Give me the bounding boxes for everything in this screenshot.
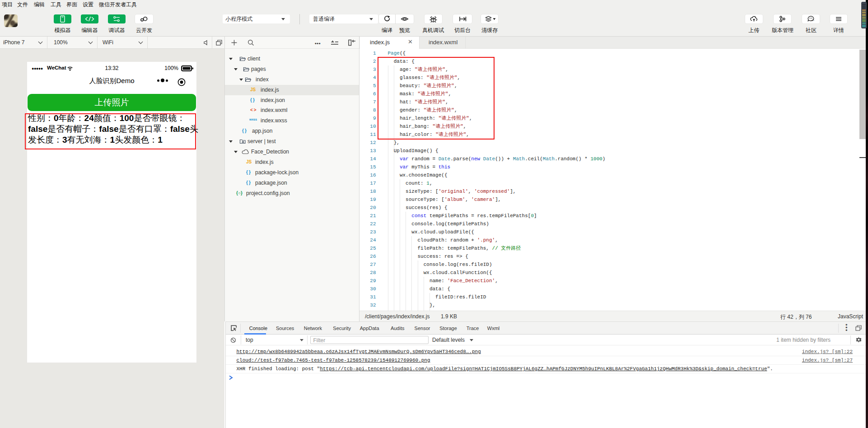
svg-text:</>: </> [811,19,814,22]
